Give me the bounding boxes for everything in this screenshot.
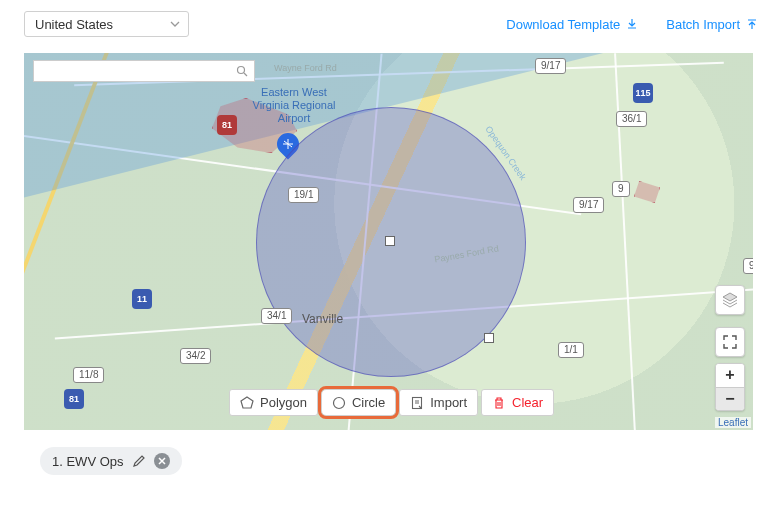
circle-icon	[332, 396, 346, 410]
route-shield: 11/8	[73, 367, 104, 383]
route-shield: 34/1	[261, 308, 292, 324]
trash-icon	[492, 396, 506, 410]
airport-label: Eastern West Virginia Regional Airport	[249, 86, 339, 126]
route-shield: 36/1	[616, 111, 647, 127]
import-label: Import	[430, 395, 467, 410]
polygon-label: Polygon	[260, 395, 307, 410]
route-shield: 9/17	[535, 58, 566, 74]
map-search-box[interactable]	[33, 60, 255, 82]
download-template-label: Download Template	[506, 17, 620, 32]
topbar: United States Download Template Batch Im…	[24, 10, 758, 38]
country-select-value: United States	[35, 17, 113, 32]
route-shield-81: 81	[217, 115, 237, 135]
import-tool-button[interactable]: Import	[399, 389, 478, 416]
town-label: Vanville	[302, 312, 343, 326]
batch-import-link[interactable]: Batch Import	[666, 17, 758, 32]
country-select[interactable]: United States	[24, 11, 189, 37]
zoom-out-button[interactable]: −	[716, 387, 744, 410]
route-shield-115: 115	[633, 83, 653, 103]
download-template-link[interactable]: Download Template	[506, 17, 638, 32]
chevron-down-icon	[170, 19, 180, 29]
clear-button[interactable]: Clear	[481, 389, 554, 416]
top-links: Download Template Batch Import	[506, 17, 758, 32]
edit-icon[interactable]	[132, 454, 146, 468]
route-shield: 9/17	[573, 197, 604, 213]
polygon-icon	[240, 396, 254, 410]
download-icon	[626, 18, 638, 30]
remove-zone-button[interactable]	[154, 453, 170, 469]
batch-import-label: Batch Import	[666, 17, 740, 32]
svg-point-1	[333, 397, 344, 408]
map[interactable]: Eastern West Virginia Regional Airport V…	[24, 53, 753, 430]
clear-label: Clear	[512, 395, 543, 410]
zone-chip: 1. EWV Ops	[40, 447, 182, 475]
polygon-tool-button[interactable]: Polygon	[229, 389, 318, 416]
zoom-controls: + −	[715, 363, 745, 411]
route-shield: 1/1	[558, 342, 584, 358]
circle-label: Circle	[352, 395, 385, 410]
layers-button[interactable]	[715, 285, 745, 315]
fullscreen-button[interactable]	[715, 327, 745, 357]
circle-center-handle[interactable]	[385, 236, 395, 246]
route-shield-81: 81	[64, 389, 84, 409]
route-shield: 34/2	[180, 348, 211, 364]
map-search-input[interactable]	[40, 63, 236, 79]
zoom-in-button[interactable]: +	[716, 364, 744, 387]
route-shield: 11	[132, 289, 152, 309]
import-icon	[746, 18, 758, 30]
app-root: United States Download Template Batch Im…	[0, 0, 774, 517]
search-icon[interactable]	[236, 65, 248, 77]
route-shield: 19/1	[288, 187, 319, 203]
circle-radius-handle[interactable]	[484, 333, 494, 343]
route-shield: 9	[612, 181, 630, 197]
circle-tool-button[interactable]: Circle	[321, 389, 396, 416]
route-shield: 9	[743, 258, 753, 274]
draw-toolbar: Polygon Circle Import Clear	[229, 389, 554, 416]
svg-point-0	[238, 67, 245, 74]
import-file-icon	[410, 396, 424, 410]
map-attribution[interactable]: Leaflet	[715, 417, 751, 428]
road-label: Wayne Ford Rd	[274, 63, 337, 73]
zone-chip-label: 1. EWV Ops	[52, 454, 124, 469]
